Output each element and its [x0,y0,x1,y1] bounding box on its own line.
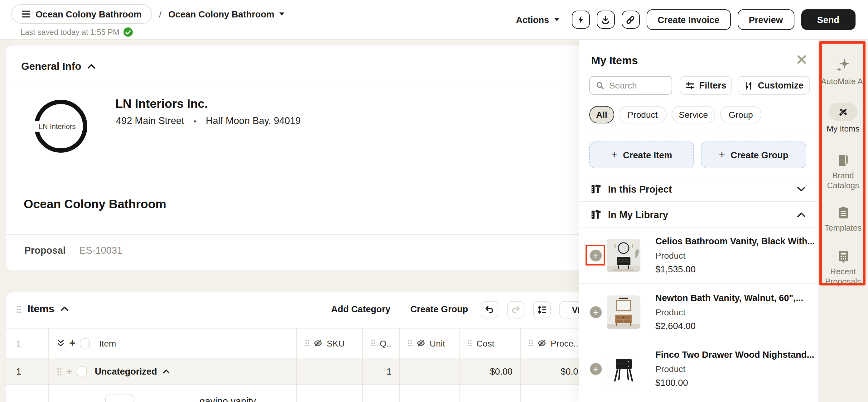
search-icon [595,81,605,90]
category-toggle[interactable]: Uncategorized [95,366,169,376]
my-items-panel: My Items Filters Customize All Product S… [579,40,818,402]
app: Ocean Colony Bathroom / Ocean Colony Bat… [0,0,868,402]
general-info-header[interactable]: General Info [21,61,96,72]
document-dropdown[interactable]: Ocean Colony Bathroom [168,9,284,19]
double-chevron-down-icon [57,339,65,347]
project-menu-button[interactable]: Ocean Colony Bathroom [11,4,152,24]
row-height-button[interactable] [533,301,551,319]
drag-handle-icon[interactable] [16,305,21,313]
filters-button[interactable]: Filters [680,76,732,95]
header-index: 1 [6,329,49,358]
items-section-toggle[interactable]: Items [27,303,69,315]
doc-number: ES-10031 [80,245,123,256]
chevron-down-icon [554,18,559,21]
add-category-button[interactable]: Add Category [331,304,390,314]
eye-off-icon [537,339,546,347]
add-to-project-button[interactable]: + [590,363,602,375]
download-icon [600,15,611,25]
filter-pill-all[interactable]: All [589,106,614,124]
row-cost-cell[interactable]: $0.00 [460,358,521,384]
row-unit-cell[interactable] [400,358,460,384]
address-separator: • [194,116,196,126]
breadcrumb-project-label: Ocean Colony Bathroom [35,9,142,19]
panel-title: My Items [591,54,638,67]
content-area: General Info LN Interiors LN Interiors I… [0,40,868,402]
library-item[interactable]: + Newton Bath Vanity, Walnut, 60",... Pr… [579,284,818,340]
add-row-icon[interactable]: + [69,338,75,348]
library-item[interactable]: + Finco Two Drawer Wood Nighstand... Pro… [579,341,818,396]
row-qty-cell[interactable]: 1 [363,358,400,384]
copy-link-button[interactable] [621,10,640,29]
ruler-hammer-icon [590,184,601,195]
sidebar-item-automate-ai[interactable]: AutoMate AI [818,57,868,87]
column-item[interactable]: + Item [49,329,297,358]
column-sku[interactable]: SKU [297,329,363,358]
create-group-button[interactable]: + Create Group [701,141,806,168]
active-pill [829,103,858,121]
item-type: Product [655,250,686,261]
sidebar-item-templates[interactable]: Templates [818,206,868,233]
redo-icon [511,305,521,315]
customize-icon [744,81,753,90]
sidebar-item-label: My Items [820,124,866,134]
lightning-icon [576,15,585,24]
row-checkbox[interactable] [77,366,87,376]
document-dropdown-label: Ocean Colony Bathroom [168,9,274,19]
chevron-up-icon [88,64,96,69]
column-label-qty: Q.. [380,338,391,348]
filter-pill-product[interactable]: Product [619,106,666,124]
section-in-this-project[interactable]: In this Project [579,177,818,201]
crossed-tools-icon [837,106,849,118]
quick-actions-button[interactable] [571,10,590,29]
clipboard-icon [836,206,850,220]
filter-pill-group[interactable]: Group [720,106,762,124]
preview-button[interactable]: Preview [737,9,794,30]
item-image-placeholder[interactable] [105,395,133,402]
document-meta: Proposal ES-10031 [24,245,123,256]
column-unit[interactable]: Unit [400,329,460,358]
sidebar-item-my-items[interactable]: My Items [818,103,868,134]
redo-button[interactable] [507,301,524,319]
last-saved-text: Last saved today at 1:55 PM [21,28,119,36]
column-qty[interactable]: Q.. [363,329,400,358]
item-type: Product [655,307,686,317]
add-to-project-button[interactable]: + [590,306,602,318]
send-button[interactable]: Send [801,9,856,30]
drag-handle-icon[interactable] [57,367,62,375]
select-all-checkbox[interactable] [80,338,90,348]
actions-dropdown[interactable]: Actions [516,15,559,25]
column-label-item: Item [99,338,116,348]
address-street: 492 Main Street [116,115,184,127]
column-cost[interactable]: Cost [460,329,521,358]
undo-button[interactable] [481,301,498,319]
create-group-label: Create Group [731,150,788,160]
cell [363,385,400,402]
create-invoice-button[interactable]: Create Invoice [646,9,731,30]
create-item-button[interactable]: + Create Item [589,141,694,168]
sidebar-item-brand-catalogs[interactable]: Brand Catalogs [818,153,868,191]
cell [400,385,460,402]
drag-handle-icon [371,340,375,346]
row-number: 1 [6,358,49,384]
sidebar-item-recent-proposals[interactable]: Recent Proposals [818,249,868,287]
section-in-my-library[interactable]: In My Library [579,203,818,227]
item-title: Celios Bathroom Vanity, Black With... [655,236,815,246]
plus-icon: + [719,149,725,161]
row-sku-cell[interactable] [297,358,363,384]
row-item-cell: gavino vanity [49,385,297,402]
library-item[interactable]: + Celios Bathroom Vanity, Black With... … [579,228,818,283]
search-input[interactable] [609,80,665,90]
add-to-project-button[interactable]: + [590,249,602,261]
close-panel-button[interactable] [797,55,806,64]
item-name: gavino vanity [199,396,256,402]
actions-label: Actions [516,15,549,25]
item-type: Product [655,364,686,374]
customize-button[interactable]: Customize [738,76,810,95]
filter-pill-service[interactable]: Service [672,106,715,124]
saved-check-icon [124,27,133,37]
add-item-icon[interactable]: + [66,366,72,377]
download-button[interactable] [596,10,615,29]
create-group-button[interactable]: Create Group [410,304,468,314]
undo-icon [485,305,495,315]
column-label-process: Proce... [551,338,581,348]
